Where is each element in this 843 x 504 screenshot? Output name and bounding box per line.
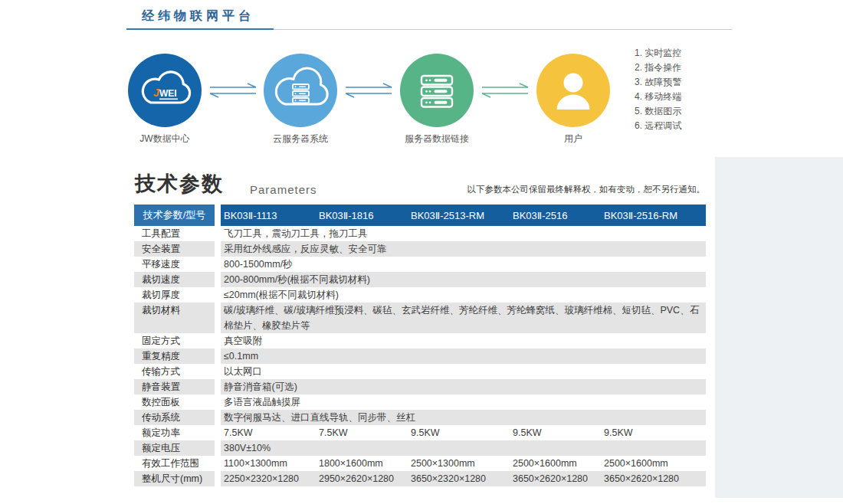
spec-row: 传输方式以太网口: [134, 364, 706, 379]
spec-value: 380V±10%: [221, 440, 706, 456]
spec-row: 裁切厚度≤20mm(根据不同裁切材料): [134, 287, 706, 303]
column-gap: [215, 272, 221, 287]
spec-value: 9.5KW: [408, 425, 510, 440]
spec-label: 传输方式: [134, 364, 215, 379]
spec-value: 2500×1600mm: [510, 456, 601, 471]
column-gap: [215, 205, 221, 226]
spec-value: 数字伺服马达、进口直线导轨、同步带、丝杠: [221, 410, 706, 425]
spec-value: 碳/玻璃纤维、碳/玻璃纤维预浸料、碳毡、玄武岩纤维、芳纶纤维、芳纶蜂窝纸、玻璃纤…: [221, 303, 706, 333]
spec-value: 真空吸附: [221, 333, 706, 349]
spec-row: 安全装置采用红外线感应，反应灵敏、安全可靠: [134, 241, 706, 257]
spec-label: 静音装置: [134, 379, 215, 394]
column-gap: [215, 257, 221, 272]
flow-node-user: [536, 54, 610, 127]
spec-label: 固定方式: [134, 333, 215, 349]
spec-row: 有效工作范围1100×1300mm1800×1600mm2500×1300mm2…: [134, 456, 706, 471]
flow-node-cloud-server: [264, 54, 337, 127]
spec-label: 重复精度: [134, 349, 215, 364]
column-gap: [215, 226, 221, 241]
spec-value: 1100×1300mm: [221, 456, 316, 471]
spec-value: 2950×2620×1280: [316, 471, 408, 486]
column-gap: [215, 364, 221, 379]
spec-table: 技术参数/型号 BK03Ⅱ-1113 BK03Ⅱ-1816 BK03Ⅱ-2513…: [134, 205, 706, 486]
spec-value: 9.5KW: [510, 425, 601, 440]
server-stack-icon: [400, 54, 474, 127]
spec-label: 裁切厚度: [134, 287, 215, 303]
spec-row: 工具配置飞刀工具，震动刀工具，拖刀工具: [134, 226, 706, 241]
flow-node-jw-datacenter: J WEI: [128, 54, 202, 127]
model-header: BK03Ⅱ-2513-RM: [408, 205, 510, 226]
exchange-arrow-icon: [481, 83, 530, 98]
spec-value: 以太网口: [221, 364, 706, 379]
spec-value: 3650×2620×1280: [510, 471, 601, 486]
spec-value: 3650×2620×1280: [601, 471, 706, 486]
spec-value: 多语言液晶触摸屏: [221, 394, 706, 410]
spec-row: 固定方式真空吸附: [134, 333, 706, 349]
spec-value: 200-800mm/秒(根据不同裁切材料): [221, 272, 706, 287]
product-spec-page: 经纬物联网平台 J WEI JW数据中心: [0, 0, 843, 504]
spec-label: 有效工作范围: [134, 456, 215, 471]
spec-label: 平移速度: [134, 257, 215, 272]
disclaimer-text: 以下参数本公司保留最终解释权，如有变动，恕不另行通知。: [0, 184, 705, 195]
spec-row: 额定功率7.5KW7.5KW9.5KW9.5KW9.5KW: [134, 425, 706, 440]
spec-label: 额定功率: [134, 425, 215, 440]
column-gap: [215, 303, 221, 333]
column-gap: [215, 456, 221, 471]
model-header: BK03Ⅱ-2516-RM: [601, 205, 706, 226]
jwei-cloud-icon: J WEI: [128, 54, 202, 127]
spec-table-body: 工具配置飞刀工具，震动刀工具，拖刀工具安全装置采用红外线感应，反应灵敏、安全可靠…: [134, 226, 706, 486]
flow-node-label: 用户: [512, 133, 635, 146]
spec-row: 传动系统数字伺服马达、进口直线导轨、同步带、丝杠: [134, 410, 706, 425]
title-underline-rule: [274, 29, 732, 30]
column-gap: [215, 440, 221, 456]
spec-row: 静音装置静音消音箱(可选): [134, 379, 706, 394]
spec-label: 工具配置: [134, 226, 215, 241]
feature-item: 4. 移动终端: [635, 90, 681, 104]
exchange-arrow-icon: [208, 83, 257, 98]
model-header: BK03Ⅱ-1816: [316, 205, 408, 226]
spec-value: 飞刀工具，震动刀工具，拖刀工具: [221, 226, 706, 241]
spec-label: 数控面板: [134, 394, 215, 410]
model-header: BK03Ⅱ-2516: [510, 205, 601, 226]
corner-header: 技术参数/型号: [134, 205, 215, 226]
spec-row: 裁切材料碳/玻璃纤维、碳/玻璃纤维预浸料、碳毡、玄武岩纤维、芳纶纤维、芳纶蜂窝纸…: [134, 303, 706, 333]
column-gap: [215, 425, 221, 440]
spec-value: 7.5KW: [221, 425, 316, 440]
column-gap: [215, 471, 221, 486]
spec-value: 9.5KW: [601, 425, 706, 440]
spec-value: 2500×1600mm: [601, 456, 706, 471]
spec-value: 2250×2320×1280: [221, 471, 316, 486]
column-gap: [215, 333, 221, 349]
spec-row: 裁切速度200-800mm/秒(根据不同裁切材料): [134, 272, 706, 287]
spec-value: ≤0.1mm: [221, 349, 706, 364]
title-underline-accent: [126, 28, 274, 30]
feature-item: 5. 数据图示: [635, 104, 681, 119]
flow-node-label: 云服务器系统: [239, 133, 362, 146]
spec-row: 平移速度800-1500mm/秒: [134, 257, 706, 272]
spec-label: 额定电压: [134, 440, 215, 456]
spec-value: 7.5KW: [316, 425, 408, 440]
feature-item: 2. 指令操作: [635, 61, 681, 75]
exchange-arrow-icon: [344, 83, 393, 98]
user-icon: [536, 54, 610, 127]
flow-node-label: JW数据中心: [103, 133, 226, 146]
spec-value: 2500×1300mm: [408, 456, 510, 471]
spec-label: 传动系统: [134, 410, 215, 425]
column-gap: [215, 349, 221, 364]
cloud-server-icon: [264, 54, 337, 127]
background-tint: [715, 157, 843, 498]
column-gap: [215, 410, 221, 425]
platform-feature-list: 1. 实时监控 2. 指令操作 3. 故障预警 4. 移动终端 5. 数据图示 …: [635, 46, 681, 133]
spec-table-header: 技术参数/型号 BK03Ⅱ-1113 BK03Ⅱ-1816 BK03Ⅱ-2513…: [134, 205, 706, 226]
flow-node-label: 服务器数据链接: [376, 133, 498, 146]
spec-value: 1800×1600mm: [316, 456, 408, 471]
column-gap: [215, 379, 221, 394]
spec-row: 额定电压380V±10%: [134, 440, 706, 456]
feature-item: 1. 实时监控: [635, 46, 681, 61]
spec-label: 安全装置: [134, 241, 215, 257]
feature-item: 6. 远程调试: [635, 119, 681, 133]
spec-label: 裁切速度: [134, 272, 215, 287]
model-header: BK03Ⅱ-1113: [221, 205, 316, 226]
page-title: 经纬物联网平台: [142, 8, 254, 25]
spec-row: 数控面板多语言液晶触摸屏: [134, 394, 706, 410]
